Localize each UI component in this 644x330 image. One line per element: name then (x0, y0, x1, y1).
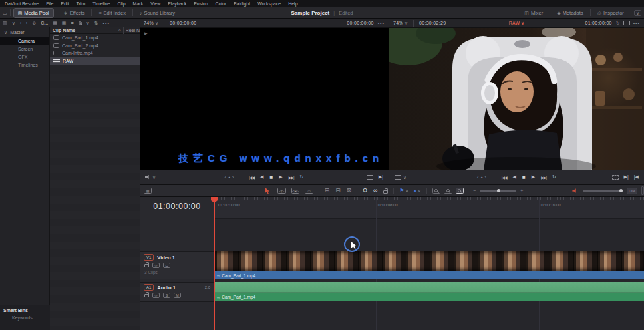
media-pool-button[interactable]: ▤ Media Pool (13, 8, 54, 18)
zoom-chevron-icon[interactable]: ∨ (404, 21, 408, 25)
insert-clip-icon[interactable]: ⊞ (325, 188, 330, 194)
bin-gfx[interactable]: GFX (0, 53, 49, 61)
auto-select-icon[interactable]: ◇ (152, 293, 160, 298)
metadata-button[interactable]: ◈ Metadata (553, 9, 587, 17)
timeline-viewer-canvas[interactable] (389, 28, 644, 170)
menu-view[interactable]: View (150, 1, 160, 6)
loop-button[interactable]: ↻ (552, 174, 556, 180)
menu-timeline[interactable]: Timeline (92, 1, 110, 6)
clip-row-raw-timeline[interactable]: RAW (50, 57, 140, 65)
strip-view-icon[interactable]: ▦ (62, 21, 67, 25)
search-chevron-icon[interactable]: ∨ (86, 21, 90, 25)
source-playhead-timecode[interactable]: 00:00:00:00 (347, 21, 373, 25)
track-lock-icon[interactable] (144, 294, 149, 297)
jog-right-icon[interactable]: › (484, 175, 486, 180)
track-enable-icon[interactable]: ▭ (163, 263, 170, 268)
menu-clip[interactable]: Clip (118, 1, 126, 6)
stop-button[interactable]: ■ (270, 174, 273, 180)
mute-audio-icon[interactable] (572, 188, 577, 193)
in-out-range-icon[interactable] (612, 175, 619, 180)
audio-track-name[interactable]: Audio 1 (157, 285, 176, 291)
play-button[interactable]: ▶ (532, 174, 535, 180)
jog-dot-icon[interactable]: ● (480, 175, 482, 179)
refresh-icon[interactable]: ↻ (616, 21, 620, 25)
bin-breadcrumb[interactable]: C... (41, 21, 48, 25)
bin-options-icon[interactable]: ••• (103, 21, 110, 25)
back-icon[interactable]: ‹ (20, 21, 21, 25)
zoom-in-icon[interactable]: + (520, 188, 523, 193)
source-viewer-canvas[interactable]: ▶ (140, 28, 389, 170)
go-to-last-frame-button[interactable]: ▶▶| (289, 175, 294, 180)
track-lock-icon[interactable] (144, 264, 149, 267)
timeline-view-options-icon[interactable]: ▦ (144, 188, 152, 194)
zoom-out-icon[interactable]: − (473, 188, 476, 193)
menu-fusion[interactable]: Fusion (194, 1, 208, 6)
clip-row-cam-intro[interactable]: Cam-Intro.mp4 (50, 49, 140, 57)
jog-left-icon[interactable]: ‹ (477, 175, 478, 180)
audio-track-badge[interactable]: A1 (144, 284, 154, 291)
bin-view-icon[interactable]: ▥ (3, 21, 7, 25)
flag-icon[interactable]: ⚑ (399, 188, 404, 194)
source-zoom-level[interactable]: 74% (144, 21, 154, 25)
snapping-magnet-icon[interactable]: Ω (363, 188, 367, 194)
video-track-header[interactable]: V1 Video 1 ◇ ▭ 3 Clips (140, 251, 214, 279)
source-clip-timecode[interactable]: 00:00:00:00 (170, 21, 196, 25)
trim-edit-mode-icon[interactable]: ◁▷ (277, 188, 285, 194)
bin-camera[interactable]: Camera (0, 37, 49, 45)
stop-button[interactable]: ■ (522, 174, 526, 180)
in-out-range-icon[interactable] (367, 175, 373, 180)
zoom-slider[interactable] (480, 190, 516, 192)
loop-button[interactable]: ↻ (300, 174, 304, 180)
timeline-zoom-level[interactable]: 74% (393, 21, 403, 25)
menu-trim[interactable]: Trim (77, 1, 86, 6)
mixer-button[interactable]: ◫ Mixer (520, 9, 547, 17)
mute-button[interactable]: M (174, 293, 181, 298)
edit-index-button[interactable]: ≡ Edit Index (94, 9, 129, 17)
detail-zoom-icon[interactable] (444, 188, 452, 194)
playhead[interactable] (214, 197, 215, 330)
dynamic-trim-mode-icon[interactable]: ◁●▷ (291, 188, 300, 194)
bin-screen[interactable]: Screen (0, 45, 49, 53)
video-clip-name-bar[interactable]: ∞ Cam_Part_1.mp4 (214, 271, 644, 279)
link-clips-icon[interactable]: ∞ (373, 188, 377, 194)
bin-timelines[interactable]: Timelines (0, 61, 49, 69)
source-options-icon[interactable]: ••• (378, 21, 385, 25)
timeline-playhead-timecode[interactable]: 01:00:00:00 (585, 21, 611, 25)
match-frame-forward-button[interactable]: ▶| (624, 174, 629, 180)
jog-right-icon[interactable]: › (232, 175, 234, 180)
zoom-chevron-icon[interactable]: ∨ (155, 21, 158, 25)
menu-workspace[interactable]: Workspace (257, 1, 281, 6)
match-frame-button[interactable]: ▶| (379, 174, 383, 180)
dual-monitor-icon[interactable] (623, 21, 630, 25)
clip-list-header[interactable]: Clip Name ^ Reel N (50, 27, 140, 34)
menu-playback[interactable]: Playback (168, 1, 186, 6)
marker-chevron-icon[interactable]: ∨ (418, 188, 421, 193)
timeline-video-clip[interactable]: ∞ Cam_Part_1.mp4 (214, 251, 644, 279)
inspector-button[interactable]: ◎ Inspector (593, 9, 628, 17)
clip-row-cam-part-1[interactable]: Cam_Part_1.mp4 (50, 34, 140, 42)
timeline-playhead-timecode-display[interactable]: 01:00:00:00 (140, 202, 214, 211)
audio-clip-name-bar[interactable]: ∞ Cam_Part_1.mp4 (214, 293, 644, 301)
go-to-last-frame-button[interactable]: ▶▶| (541, 175, 546, 180)
position-lock-icon[interactable] (383, 190, 388, 194)
menu-color[interactable]: Color (216, 1, 227, 6)
column-clip-name[interactable]: Clip Name (53, 28, 75, 33)
volume-slider[interactable] (583, 190, 622, 192)
column-divider[interactable] (123, 27, 124, 34)
bin-view-chevron-icon[interactable]: ∨ (12, 21, 15, 25)
full-extent-zoom-icon[interactable] (432, 188, 440, 194)
thumbnail-view-icon[interactable]: ▦ (53, 21, 57, 25)
viewer-options-icon[interactable]: ••• (633, 21, 640, 25)
clip-row-cam-part-2[interactable]: Cam_Part_2.mp4 (50, 42, 140, 50)
replace-clip-icon[interactable]: ⊠ (347, 188, 352, 194)
jog-dot-icon[interactable]: ● (228, 175, 230, 179)
jog-left-icon[interactable]: ‹ (225, 175, 226, 180)
search-icon[interactable] (79, 21, 82, 25)
play-button[interactable]: ▶ (279, 174, 282, 180)
auto-select-icon[interactable]: ◇ (152, 263, 160, 268)
match-frame-back-button[interactable]: |◀ (634, 174, 639, 180)
menu-help[interactable]: Help (288, 1, 297, 6)
menu-app[interactable]: DaVinci Resolve (5, 1, 39, 6)
sort-icon[interactable]: ⇅ (94, 21, 98, 25)
razor-tool-icon[interactable]: ▭ (305, 188, 313, 194)
